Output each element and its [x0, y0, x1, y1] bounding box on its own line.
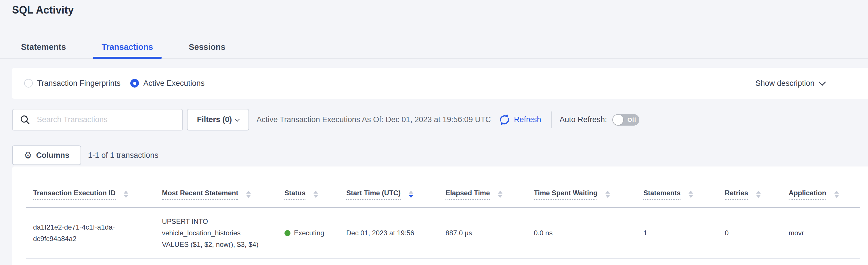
- column-header-start-time-utc[interactable]: Start Time (UTC): [339, 166, 438, 207]
- column-header-statements[interactable]: Statements: [636, 166, 718, 207]
- cell-statements: 1: [636, 207, 718, 259]
- search-box: [12, 109, 183, 131]
- sort-up-icon: [409, 191, 413, 193]
- column-label: Start Time (UTC): [346, 189, 401, 200]
- table-header-row: Transaction Execution IDMost Recent Stat…: [26, 166, 860, 207]
- cell-time-spent-waiting: 0.0 ns: [527, 207, 636, 259]
- tab-transactions[interactable]: Transactions: [93, 37, 162, 59]
- sort-arrows-icon: [606, 191, 610, 198]
- cell-retries: 0: [718, 207, 781, 259]
- toggle-state-label: Off: [624, 114, 639, 126]
- radio-selected-icon: [130, 79, 139, 87]
- sort-arrows-icon: [834, 191, 839, 198]
- sort-down-icon: [124, 195, 128, 198]
- sort-arrows-icon: [756, 191, 761, 198]
- sort-up-icon: [498, 191, 502, 193]
- column-header-application[interactable]: Application: [781, 166, 860, 207]
- search-input[interactable]: [36, 115, 182, 125]
- sort-arrows-icon: [498, 191, 502, 198]
- refresh-button[interactable]: Refresh: [498, 113, 541, 127]
- status-dot: [284, 230, 290, 236]
- cell-most-recent-statement: UPSERT INTO vehicle_location_histories V…: [155, 207, 277, 259]
- status-label: Executing: [294, 227, 324, 239]
- column-label: Transaction Execution ID: [33, 189, 116, 200]
- sort-arrows-icon: [409, 191, 413, 198]
- radio-active-executions[interactable]: Active Executions: [130, 79, 205, 88]
- chevron-down-icon: [235, 116, 240, 122]
- column-header-retries[interactable]: Retries: [718, 166, 781, 207]
- show-description-label: Show description: [755, 79, 814, 88]
- column-label: Elapsed Time: [445, 189, 490, 200]
- cell-status: Executing: [277, 207, 339, 259]
- sort-down-icon: [409, 195, 413, 198]
- show-description-toggle[interactable]: Show description: [755, 79, 825, 88]
- as-of-text: Active Transaction Executions As Of: Dec…: [256, 115, 491, 124]
- cell-start-time: Dec 01, 2023 at 19:56: [339, 207, 438, 259]
- sort-down-icon: [688, 195, 693, 198]
- column-header-time-spent-waiting[interactable]: Time Spent Waiting: [527, 166, 636, 207]
- sort-down-icon: [606, 195, 610, 198]
- sort-down-icon: [756, 195, 761, 198]
- auto-refresh-label: Auto Refresh:: [559, 115, 607, 124]
- radio-transaction-fingerprints[interactable]: Transaction Fingerprints: [24, 79, 121, 88]
- sort-up-icon: [606, 191, 610, 193]
- view-mode-radio-group: Transaction Fingerprints Active Executio…: [24, 79, 205, 88]
- table-controls: ⚙ Columns 1-1 of 1 transactions: [12, 145, 158, 165]
- column-header-elapsed-time[interactable]: Elapsed Time: [438, 166, 527, 207]
- sort-up-icon: [834, 191, 839, 193]
- sort-arrows-icon: [246, 191, 251, 198]
- sort-arrows-icon: [313, 191, 318, 198]
- refresh-label: Refresh: [514, 115, 541, 124]
- radio-unselected-icon: [24, 79, 33, 87]
- page-title: SQL Activity: [12, 4, 74, 16]
- sort-up-icon: [124, 191, 128, 193]
- search-icon: [20, 114, 30, 125]
- sort-down-icon: [313, 195, 318, 198]
- sort-arrows-icon: [688, 191, 693, 198]
- column-label: Most Recent Statement: [162, 189, 238, 200]
- column-header-most-recent-statement[interactable]: Most Recent Statement: [155, 166, 277, 207]
- tab-bar: Statements Transactions Sessions: [12, 37, 252, 59]
- sort-down-icon: [834, 195, 839, 198]
- results-count: 1-1 of 1 transactions: [88, 151, 158, 160]
- sort-up-icon: [246, 191, 251, 193]
- tab-statements[interactable]: Statements: [12, 37, 74, 59]
- gear-icon: ⚙: [24, 151, 32, 160]
- column-label: Retries: [725, 189, 748, 200]
- column-label: Statements: [643, 189, 680, 200]
- toolbar-divider: [551, 111, 552, 128]
- chevron-down-icon: [818, 78, 826, 85]
- table-row: da1f21e2-de71-4c1f-a1da-dc9fc94a84a2UPSE…: [26, 207, 860, 259]
- cell-transaction-execution-id: da1f21e2-de71-4c1f-a1da-dc9fc94a84a2: [26, 207, 155, 259]
- column-label: Application: [788, 189, 826, 200]
- transactions-table-card: Transaction Execution IDMost Recent Stat…: [12, 166, 868, 265]
- transactions-table: Transaction Execution IDMost Recent Stat…: [26, 166, 860, 259]
- column-header-status[interactable]: Status: [277, 166, 339, 207]
- filters-button[interactable]: Filters (0): [187, 109, 249, 131]
- sort-down-icon: [246, 195, 251, 198]
- auto-refresh-toggle[interactable]: Off: [612, 114, 639, 126]
- sort-up-icon: [756, 191, 761, 193]
- column-label: Time Spent Waiting: [534, 189, 597, 200]
- refresh-icon: [498, 113, 511, 127]
- toggle-knob: [613, 115, 623, 125]
- column-label: Status: [284, 189, 305, 200]
- toolbar: Filters (0) Active Transaction Execution…: [12, 109, 868, 131]
- cell-elapsed-time: 887.0 µs: [438, 207, 527, 259]
- filters-label: Filters (0): [197, 115, 232, 124]
- sort-down-icon: [498, 195, 502, 198]
- radio-label-transaction-fingerprints: Transaction Fingerprints: [37, 79, 121, 88]
- sort-arrows-icon: [124, 191, 128, 198]
- tab-sessions[interactable]: Sessions: [180, 37, 234, 59]
- cell-application: movr: [781, 207, 860, 259]
- sort-up-icon: [688, 191, 693, 193]
- column-header-transaction-execution-id[interactable]: Transaction Execution ID: [26, 166, 155, 207]
- view-mode-card: Transaction Fingerprints Active Executio…: [12, 68, 868, 99]
- columns-button[interactable]: ⚙ Columns: [12, 145, 81, 165]
- sort-up-icon: [313, 191, 318, 193]
- radio-label-active-executions: Active Executions: [143, 79, 205, 88]
- columns-label: Columns: [36, 151, 70, 160]
